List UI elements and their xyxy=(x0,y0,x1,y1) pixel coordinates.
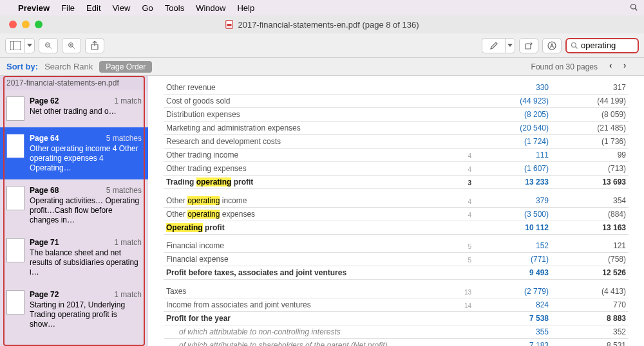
row-value-prior: 354 xyxy=(551,194,629,208)
table-row: Trading operating profit313 23313 693 xyxy=(164,176,629,189)
row-value-current: (20 540) xyxy=(474,122,551,135)
row-note xyxy=(455,135,474,149)
spotlight-icon[interactable] xyxy=(630,3,638,13)
svg-line-12 xyxy=(73,46,75,48)
result-count: 5 matches xyxy=(106,186,142,195)
row-value-prior: (8 059) xyxy=(551,108,629,122)
row-value-prior: (758) xyxy=(551,253,629,266)
svg-line-1 xyxy=(635,8,637,10)
row-note xyxy=(455,122,474,135)
search-result[interactable]: Page 711 matchThe balance sheet and net … xyxy=(0,232,148,284)
sort-rank-button[interactable]: Search Rank xyxy=(44,62,93,71)
row-note xyxy=(455,311,474,325)
markup-button[interactable] xyxy=(482,38,505,53)
table-row: Financial expense5(771)(758) xyxy=(164,253,629,266)
menu-window[interactable]: Window xyxy=(196,3,225,13)
search-result[interactable]: Page 645 matchesOther operating income 4… xyxy=(0,127,148,179)
result-page: Page 71 xyxy=(30,238,59,247)
next-result-button[interactable]: › xyxy=(623,60,638,73)
menu-view[interactable]: View xyxy=(113,3,131,13)
page-thumbnail xyxy=(6,290,24,314)
svg-point-0 xyxy=(631,4,636,9)
menu-tools[interactable]: Tools xyxy=(165,3,184,13)
row-value-current: 7 538 xyxy=(474,311,551,325)
row-note: 13 xyxy=(455,285,474,298)
row-value-prior: 8 883 xyxy=(551,311,629,325)
prev-result-button[interactable]: ‹ xyxy=(609,60,623,73)
minimize-button[interactable] xyxy=(22,21,30,28)
menu-help[interactable]: Help xyxy=(237,3,254,13)
result-count: 1 match xyxy=(114,96,142,105)
table-row: Income from associates and joint venture… xyxy=(164,298,629,311)
row-label: Distribution expenses xyxy=(164,108,455,122)
page-view[interactable]: Other revenue330317Cost of goods sold(44… xyxy=(148,76,644,346)
pdf-icon xyxy=(225,20,234,29)
row-value-prior: (884) xyxy=(551,207,629,221)
search-result[interactable]: Page 685 matchesOperating activities… Op… xyxy=(0,179,148,232)
table-row: Other trading income411199 xyxy=(164,149,629,162)
row-label: Other operating expenses xyxy=(164,207,455,221)
row-note xyxy=(455,108,474,122)
row-label: Operating profit xyxy=(164,221,455,234)
markup-menu-button[interactable] xyxy=(505,38,515,53)
row-value-prior: 99 xyxy=(551,149,629,162)
sidebar-menu-button[interactable] xyxy=(24,38,35,53)
search-result[interactable]: Page 721 matchStarting in 2017, Underlyi… xyxy=(0,284,148,336)
financial-table: Other revenue330317Cost of goods sold(44… xyxy=(164,81,629,346)
row-note xyxy=(455,338,474,346)
page-thumbnail xyxy=(6,186,24,210)
close-button[interactable] xyxy=(9,21,17,28)
menu-file[interactable]: File xyxy=(61,3,75,13)
share-button[interactable] xyxy=(85,38,104,53)
sidebar-toggle-button[interactable] xyxy=(5,38,24,53)
row-note: 4 xyxy=(455,207,474,221)
row-value-current: (771) xyxy=(474,253,551,266)
row-label: Trading operating profit xyxy=(164,176,455,189)
svg-rect-15 xyxy=(526,44,531,49)
row-label: of which attributable to non-controlling… xyxy=(164,325,455,338)
toolbar xyxy=(0,33,644,58)
row-label: Cost of goods sold xyxy=(164,95,455,108)
result-count: 1 match xyxy=(114,290,142,299)
table-row: Profit before taxes, associates and join… xyxy=(164,266,629,280)
table-row: Research and development costs(1 724)(1 … xyxy=(164,135,629,149)
result-snippet: Operating activities… Operating profit…C… xyxy=(30,196,142,225)
table-row: Other trading expenses4(1 607)(713) xyxy=(164,162,629,176)
row-value-prior: (21 485) xyxy=(551,122,629,135)
rotate-button[interactable] xyxy=(519,38,538,53)
row-value-prior: 352 xyxy=(551,325,629,338)
row-value-current: (1 607) xyxy=(474,162,551,176)
table-row: Cost of goods sold(44 923)(44 199) xyxy=(164,95,629,108)
zoom-in-button[interactable] xyxy=(62,38,81,53)
result-page: Page 64 xyxy=(30,134,59,143)
result-snippet: Other operating income 4 Other operating… xyxy=(30,144,142,173)
search-results-sidebar: 2017-financial-statements-en.pdf Page 62… xyxy=(0,76,148,346)
search-field[interactable] xyxy=(565,38,639,53)
search-input[interactable] xyxy=(581,41,631,50)
row-value-current: 10 112 xyxy=(474,221,551,234)
sidebar-file-name: 2017-financial-statements-en.pdf xyxy=(0,76,148,90)
row-value-prior: (1 736) xyxy=(551,135,629,149)
app-menu[interactable]: Preview xyxy=(18,3,50,13)
zoom-button[interactable] xyxy=(35,21,43,28)
result-snippet: Starting in 2017, Underlying Trading ope… xyxy=(30,300,142,329)
search-result[interactable]: Page 621 matchNet other trading and o… xyxy=(0,90,148,127)
row-note: 4 xyxy=(455,149,474,162)
result-snippet: Net other trading and o… xyxy=(30,107,142,116)
sort-page-order-button[interactable]: Page Order xyxy=(99,61,152,73)
table-row: Distribution expenses(8 205)(8 059) xyxy=(164,108,629,122)
row-value-current: (8 205) xyxy=(474,108,551,122)
row-note: 14 xyxy=(455,298,474,311)
row-value-current: 152 xyxy=(474,239,551,253)
row-value-prior: (713) xyxy=(551,162,629,176)
table-row: Financial income5152121 xyxy=(164,239,629,253)
markup-toolbar-button[interactable] xyxy=(542,38,562,53)
window-title: 2017-financial-statements-en.pdf (page 8… xyxy=(238,20,419,30)
row-note: 5 xyxy=(455,239,474,253)
row-value-current: 9 493 xyxy=(474,266,551,280)
zoom-out-button[interactable] xyxy=(39,38,58,53)
row-note: 5 xyxy=(455,253,474,266)
menu-go[interactable]: Go xyxy=(142,3,153,13)
row-value-current: 7 183 xyxy=(474,338,551,346)
menu-edit[interactable]: Edit xyxy=(86,3,100,13)
